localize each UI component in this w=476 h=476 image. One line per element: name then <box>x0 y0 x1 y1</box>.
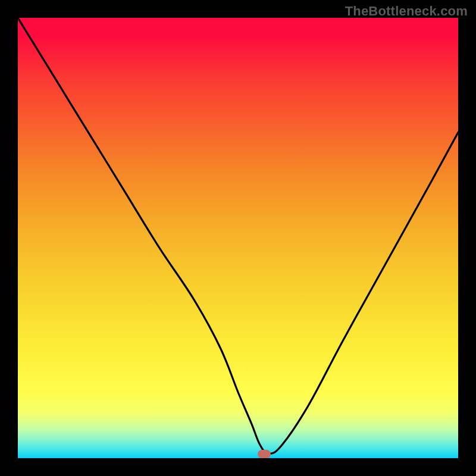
bottleneck-curve <box>18 18 458 454</box>
chart-frame: TheBottleneck.com <box>0 0 476 476</box>
optimum-marker <box>258 450 271 458</box>
plot-area <box>18 18 458 458</box>
curve-svg <box>18 18 458 458</box>
watermark-text: TheBottleneck.com <box>345 4 468 19</box>
